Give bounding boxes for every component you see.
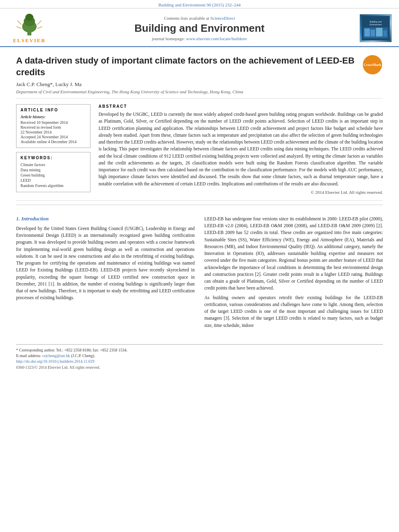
article-info-box: ARTICLE INFO Article history: Received 1… (16, 104, 90, 148)
svg-text:Building and: Building and (370, 21, 382, 23)
article-info-heading: ARTICLE INFO (21, 108, 86, 112)
body-col-left: 1. Introduction Developed by the United … (16, 216, 195, 331)
article-history-online: Available online 4 December 2014 (21, 140, 86, 144)
intro-section-title: 1. Introduction (16, 216, 195, 222)
article-info-abstract-section: ARTICLE INFO Article history: Received 1… (16, 99, 383, 201)
body-two-column: 1. Introduction Developed by the United … (16, 216, 383, 331)
author-email-link[interactable]: cejcheng@ust.hk (42, 353, 70, 358)
intro-paragraph-2: LEED-EB has undergone four versions sinc… (204, 216, 383, 292)
journal-header: ELSEVIER Contents lists available at Sci… (0, 8, 399, 47)
intro-paragraph-1: Developed by the United States Green Bui… (16, 225, 195, 302)
svg-text:Environment: Environment (370, 23, 382, 26)
journal-title: Building and Environment (51, 22, 348, 35)
article-history-accepted: Accepted 24 November 2014 (21, 135, 86, 139)
svg-line-5 (16, 27, 21, 29)
science-direct-link[interactable]: ScienceDirect (210, 16, 235, 21)
keywords-box: Keywords: Climate factors Data mining Gr… (16, 152, 90, 192)
keyword-2: Data mining (21, 168, 86, 172)
keyword-1: Climate factors (21, 162, 86, 167)
journal-volume-info: Building and Environment 90 (2015) 232–2… (158, 2, 241, 7)
body-col-right: LEED-EB has undergone four versions sinc… (204, 216, 383, 331)
corresponding-author-note: * Corresponding author. Tel.: +852 2358 … (16, 348, 383, 352)
journal-cover-image: Building and Environment (360, 14, 392, 42)
svg-line-7 (37, 27, 42, 29)
svg-point-3 (25, 14, 33, 21)
email-note: E-mail address: cejcheng@ust.hk (J.C.P. … (16, 353, 383, 358)
svg-line-4 (17, 21, 21, 25)
article-history-revised-date: 22 November 2014 (21, 130, 86, 134)
footer-copyright: 0360-1323/© 2014 Elsevier Ltd. All right… (16, 365, 383, 370)
svg-rect-12 (364, 29, 370, 37)
abstract-copyright: © 2014 Elsevier Ltd. All rights reserved… (99, 190, 383, 195)
doi-link[interactable]: http://dx.doi.org/10.1016/j.buildenv.201… (16, 359, 95, 364)
keywords-heading: Keywords: (21, 156, 86, 160)
crossmark-icon: CrossMark (363, 55, 382, 74)
article-content: A data-driven study of important climate… (0, 47, 399, 370)
article-title-section: A data-driven study of important climate… (16, 47, 383, 99)
keyword-4: LEED (21, 178, 86, 183)
footnote-section: * Corresponding author. Tel.: +852 2358 … (16, 344, 383, 370)
article-history-revised-label: Received in revised form (21, 125, 86, 129)
article-title-text: A data-driven study of important climate… (16, 55, 355, 94)
keyword-3: Green building (21, 173, 86, 177)
cover-illustration: Building and Environment (362, 14, 390, 42)
keyword-5: Random Forests algorithm (21, 183, 86, 188)
abstract-heading: ABSTRACT (99, 104, 383, 109)
journal-homepage-line: journal homepage: www.elsevier.com/locat… (51, 36, 348, 41)
article-info-column: ARTICLE INFO Article history: Received 1… (16, 104, 90, 195)
article-authors: Jack C.P. Cheng*, Lucky J. Ma (16, 81, 355, 88)
elsevier-logo: ELSEVIER (7, 12, 51, 44)
journal-header-center: Contents lists available at ScienceDirec… (51, 16, 348, 41)
article-title: A data-driven study of important climate… (16, 55, 355, 78)
abstract-text: Developed by the USGBC, LEED is currentl… (99, 111, 383, 187)
svg-line-6 (37, 21, 41, 25)
elsevier-tree-icon (13, 12, 45, 37)
svg-rect-14 (376, 28, 383, 37)
abstract-paragraph-1: Developed by the USGBC, LEED is currentl… (99, 111, 383, 187)
journal-cover-area: Building and Environment (348, 14, 392, 42)
svg-rect-13 (370, 30, 375, 37)
article-history-received: Received 10 September 2014 (21, 120, 86, 125)
intro-paragraph-3: As building owners and operators retrofi… (204, 294, 383, 329)
doi-note: http://dx.doi.org/10.1016/j.buildenv.201… (16, 359, 383, 364)
journal-homepage-link[interactable]: www.elsevier.com/locate/buildenv (186, 36, 247, 41)
main-body: 1. Introduction Developed by the United … (16, 209, 383, 338)
article-history-label: Article history: (21, 115, 86, 119)
crossmark-badge: CrossMark (363, 55, 383, 75)
section-divider (16, 205, 383, 205)
abstract-section: ABSTRACT Developed by the USGBC, LEED is… (99, 104, 383, 195)
science-direct-line: Contents lists available at ScienceDirec… (51, 16, 348, 21)
elsevier-logo-area: ELSEVIER (7, 12, 51, 44)
elsevier-wordmark: ELSEVIER (13, 37, 46, 44)
article-affiliation: Department of Civil and Environmental En… (16, 89, 355, 94)
journal-top-bar: Building and Environment 90 (2015) 232–2… (0, 0, 399, 8)
svg-rect-15 (383, 30, 387, 36)
